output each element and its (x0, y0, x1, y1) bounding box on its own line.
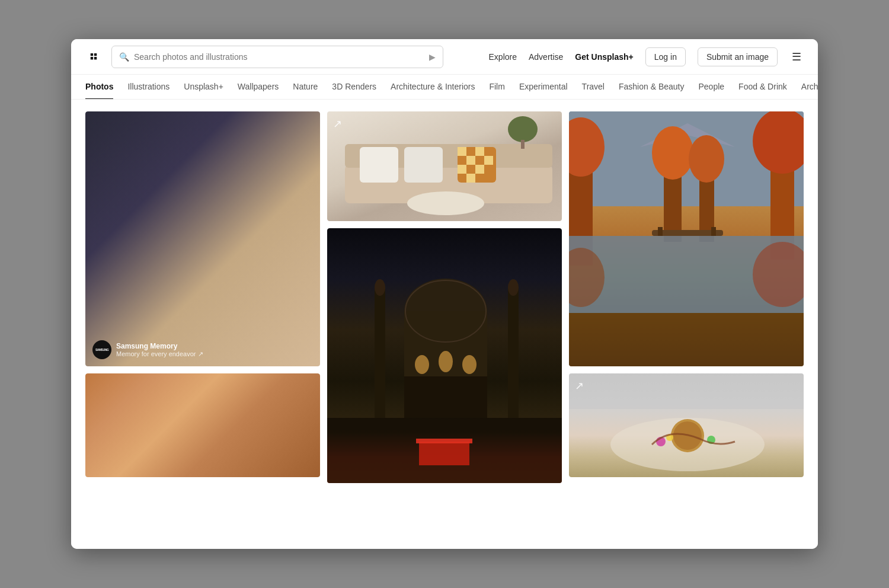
photo-card-food[interactable]: ↗ (569, 373, 804, 477)
svg-rect-21 (508, 287, 519, 418)
nav-right: Explore Advertise Get Unsplash+ Log in S… (489, 47, 804, 66)
search-bar[interactable]: 🔍 ▶ (111, 46, 443, 68)
svg-rect-19 (375, 287, 385, 418)
search-icon: 🔍 (119, 52, 129, 62)
expand-icon-food[interactable]: ↗ (575, 379, 584, 392)
svg-rect-6 (458, 147, 466, 156)
browser-window: 🔍 ▶ Explore Advertise Get Unsplash+ Log … (71, 39, 818, 549)
photo-card-sofa[interactable]: ↗ (327, 111, 562, 221)
tab-illustrations[interactable]: Illustrations (127, 75, 170, 100)
svg-point-20 (375, 279, 385, 296)
unsplash-plus-link[interactable]: Get Unsplash+ (575, 52, 633, 62)
advertise-link[interactable]: Advertise (529, 52, 563, 62)
svg-rect-7 (475, 147, 484, 156)
svg-point-22 (508, 279, 519, 296)
photo-card-forest[interactable] (569, 111, 804, 366)
samsung-subtitle: Memory for every endeavor ↗ (116, 350, 203, 358)
svg-rect-4 (404, 147, 443, 183)
samsung-title: Samsung Memory (116, 342, 203, 350)
tabs-bar: Photos Illustrations Unsplash+ Wallpaper… (71, 75, 818, 100)
svg-rect-46 (569, 313, 804, 366)
header: 🔍 ▶ Explore Advertise Get Unsplash+ Log … (71, 39, 818, 75)
svg-point-14 (508, 116, 538, 142)
svg-rect-15 (521, 140, 525, 149)
svg-rect-53 (569, 373, 804, 409)
tab-wallpapers[interactable]: Wallpapers (238, 75, 279, 100)
tab-unsplash-plus[interactable]: Unsplash+ (184, 75, 223, 100)
tab-nature[interactable]: Nature (293, 75, 318, 100)
expand-icon[interactable]: ↗ (333, 117, 342, 130)
svg-rect-9 (484, 156, 493, 165)
explore-link[interactable]: Explore (489, 52, 517, 62)
svg-rect-23 (404, 376, 487, 418)
svg-rect-42 (711, 227, 716, 236)
svg-point-37 (652, 126, 693, 180)
svg-point-13 (407, 191, 484, 215)
samsung-logo-icon: SAMSUNG (92, 340, 111, 359)
tab-film[interactable]: Film (489, 75, 504, 100)
tab-fashion[interactable]: Fashion & Beauty (619, 75, 685, 100)
svg-rect-29 (416, 439, 472, 443)
photo-col-3: ↗ (569, 111, 804, 483)
tab-photos[interactable]: Photos (85, 75, 113, 100)
tab-architecture[interactable]: Architecture & Interiors (391, 75, 475, 100)
login-button[interactable]: Log in (645, 47, 686, 66)
photo-card-mosque[interactable] (327, 228, 562, 483)
menu-button[interactable]: ☰ (789, 48, 804, 66)
svg-point-24 (415, 355, 429, 374)
tab-travel[interactable]: Travel (582, 75, 605, 100)
svg-rect-3 (360, 147, 398, 183)
tab-food[interactable]: Food & Drink (738, 75, 787, 100)
tab-3d-renders[interactable]: 3D Renders (332, 75, 376, 100)
svg-rect-8 (466, 156, 475, 165)
samsung-text: Samsung Memory Memory for every endeavor… (116, 342, 203, 358)
svg-rect-41 (658, 227, 663, 236)
tab-people[interactable]: People (699, 75, 725, 100)
svg-point-25 (439, 351, 453, 372)
svg-rect-12 (466, 174, 475, 183)
photo-col-1: SAMSUNG Samsung Memory Memory for every … (85, 111, 320, 483)
unsplash-logo[interactable] (85, 49, 102, 65)
svg-rect-11 (475, 165, 484, 174)
photo-card-copper[interactable] (85, 373, 320, 477)
camera-icon[interactable]: ▶ (429, 52, 436, 62)
search-input[interactable] (134, 52, 424, 62)
photo-grid: SAMSUNG Samsung Memory Memory for every … (85, 111, 804, 483)
svg-rect-28 (419, 442, 469, 465)
submit-button[interactable]: Submit an image (698, 47, 778, 66)
photo-col-2: ↗ (327, 111, 562, 483)
svg-rect-0 (85, 49, 102, 65)
svg-point-26 (462, 355, 477, 374)
tab-experimental[interactable]: Experimental (519, 75, 568, 100)
samsung-promo: SAMSUNG Samsung Memory Memory for every … (92, 340, 203, 359)
tab-archival[interactable]: Archival (801, 75, 818, 100)
photo-card-phone[interactable]: SAMSUNG Samsung Memory Memory for every … (85, 111, 320, 366)
svg-rect-10 (458, 165, 466, 174)
svg-point-39 (689, 135, 724, 183)
main-content: SAMSUNG Samsung Memory Memory for every … (71, 100, 818, 549)
